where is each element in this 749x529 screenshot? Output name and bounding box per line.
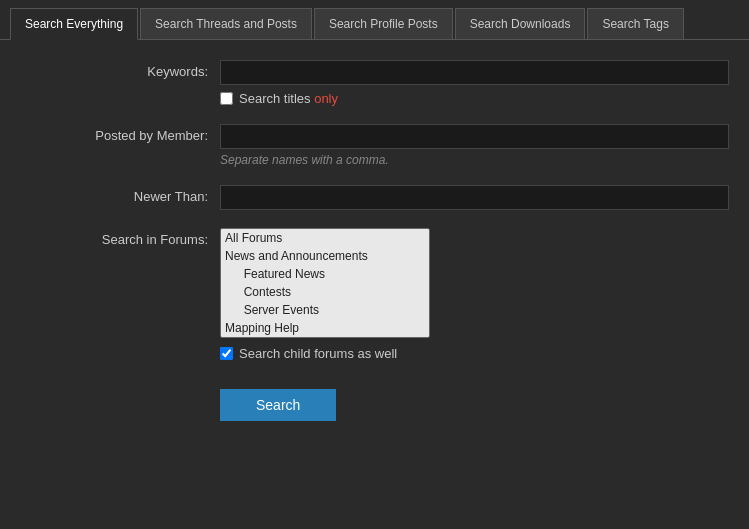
search-form: Keywords: Search titles only Posted by M…: [0, 40, 749, 441]
posted-by-label: Posted by Member:: [20, 124, 220, 143]
forums-control-wrap: All Forums News and Announcements Featur…: [220, 228, 729, 361]
forum-option-news[interactable]: News and Announcements: [221, 247, 429, 265]
forum-option-all[interactable]: All Forums: [221, 229, 429, 247]
search-titles-prefix: Search titles: [239, 91, 314, 106]
newer-than-row: Newer Than:: [20, 185, 729, 210]
newer-than-control-wrap: [220, 185, 729, 210]
forum-option-mapping-questions[interactable]: Mapping Questions & Discussion: [221, 337, 429, 338]
forum-option-server-events[interactable]: Server Events: [221, 301, 429, 319]
child-forums-checkbox[interactable]: [220, 347, 233, 360]
forum-option-contests[interactable]: Contests: [221, 283, 429, 301]
tab-search-profile-posts[interactable]: Search Profile Posts: [314, 8, 453, 39]
tab-bar: Search Everything Search Threads and Pos…: [0, 0, 749, 40]
child-forums-row: Search child forums as well: [220, 346, 729, 361]
search-button-row: Search: [20, 379, 729, 421]
search-in-forums-row: Search in Forums: All Forums News and An…: [20, 228, 729, 361]
tab-search-tags[interactable]: Search Tags: [587, 8, 684, 39]
keywords-input[interactable]: [220, 60, 729, 85]
search-in-forums-label: Search in Forums:: [20, 228, 220, 247]
forum-option-mapping-help[interactable]: Mapping Help: [221, 319, 429, 337]
tab-search-everything[interactable]: Search Everything: [10, 8, 138, 40]
search-button[interactable]: Search: [220, 389, 336, 421]
page-container: Search Everything Search Threads and Pos…: [0, 0, 749, 529]
search-titles-highlight: only: [314, 91, 338, 106]
search-titles-only-checkbox[interactable]: [220, 92, 233, 105]
tab-search-threads[interactable]: Search Threads and Posts: [140, 8, 312, 39]
forums-select[interactable]: All Forums News and Announcements Featur…: [220, 228, 430, 338]
search-titles-label: Search titles only: [239, 91, 338, 106]
child-forums-label: Search child forums as well: [239, 346, 397, 361]
newer-than-label: Newer Than:: [20, 185, 220, 204]
keywords-label: Keywords:: [20, 60, 220, 79]
forum-option-featured-news[interactable]: Featured News: [221, 265, 429, 283]
posted-by-hint: Separate names with a comma.: [220, 153, 729, 167]
newer-than-input[interactable]: [220, 185, 729, 210]
posted-by-input[interactable]: [220, 124, 729, 149]
forums-select-wrap: All Forums News and Announcements Featur…: [220, 228, 729, 338]
keywords-row: Keywords: Search titles only: [20, 60, 729, 106]
posted-by-row: Posted by Member: Separate names with a …: [20, 124, 729, 167]
posted-by-control-wrap: Separate names with a comma.: [220, 124, 729, 167]
search-titles-only-row: Search titles only: [220, 91, 729, 106]
keywords-control-wrap: Search titles only: [220, 60, 729, 106]
tab-search-downloads[interactable]: Search Downloads: [455, 8, 586, 39]
